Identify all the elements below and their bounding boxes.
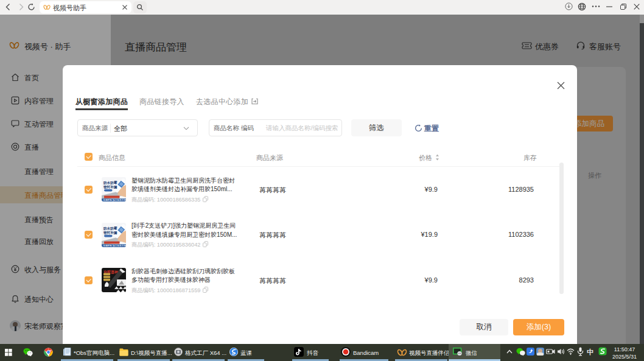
svg-text:无需胶枪 施工简单方便: 无需胶枪 施工简单方便 bbox=[103, 198, 126, 202]
svg-text:无需胶枪 施工简单方便: 无需胶枪 施工简单方便 bbox=[103, 244, 126, 247]
svg-text:密封补漏: 密封补漏 bbox=[103, 230, 117, 234]
svg-text:密封补漏: 密封补漏 bbox=[103, 185, 117, 189]
